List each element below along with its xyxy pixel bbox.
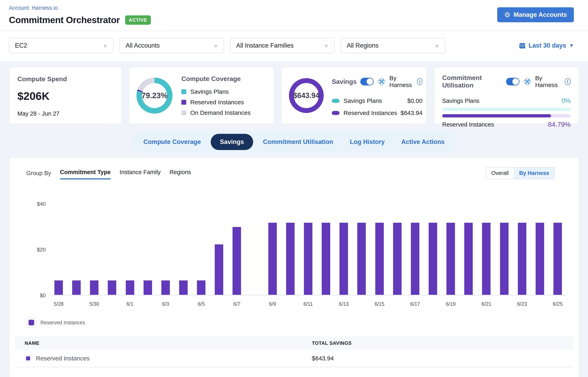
row-checkbox[interactable] (25, 355, 32, 362)
reserved-instances-legend-checkbox[interactable] (26, 318, 36, 328)
group-by-instance-family[interactable]: Instance Family (120, 169, 161, 179)
bar-6/18[interactable] (429, 223, 437, 295)
x-tick-6/11: 6/11 (299, 301, 317, 307)
bar-slot-6/21 (477, 198, 495, 295)
bar-slot-5/28 (50, 198, 67, 295)
savings-row-label: Savings Plans (344, 97, 382, 104)
instance-families-select[interactable]: All Instance Families ∨ (230, 38, 335, 53)
bar-6/9[interactable] (268, 223, 277, 295)
legend-label: Reserved Instances (190, 99, 244, 106)
bar-6/15[interactable] (375, 223, 384, 295)
bar-slot-6/4 (175, 198, 192, 295)
service-select[interactable]: EC2 ∨ (9, 38, 113, 53)
bar-6/16[interactable] (393, 223, 401, 295)
bar-6/14[interactable] (357, 223, 366, 295)
bar-6/7[interactable] (233, 227, 241, 295)
bar-6/20[interactable] (464, 223, 473, 295)
chevron-down-icon: ∨ (103, 43, 107, 48)
legend-label: On Demand Instances (190, 109, 251, 116)
bar-6/13[interactable] (340, 223, 348, 295)
savings-title: Savings (332, 78, 357, 85)
bar-5/29[interactable] (72, 280, 81, 295)
bar-6/1[interactable] (126, 280, 134, 295)
bar-6/23[interactable] (518, 223, 526, 295)
summary-cards: Compute Spend $206K May 28 - Jun 27 79.2… (0, 61, 588, 129)
accounts-select-value: All Accounts (126, 42, 160, 49)
manage-accounts-button[interactable]: ⚙ Manage Accounts (497, 7, 574, 22)
segment-overall[interactable]: Overall (486, 168, 514, 179)
commitment-utilisation-title: Commitment Utilisation (442, 74, 502, 89)
tab-savings[interactable]: Savings (211, 134, 253, 150)
segment-by-harness[interactable]: By Harness (514, 168, 555, 179)
bar-6/25[interactable] (554, 223, 562, 295)
bar-6/19[interactable] (446, 223, 455, 295)
savings-plans-swatch (181, 89, 186, 94)
chart-legend[interactable]: Reserved Instances (26, 318, 85, 328)
bar-6/11[interactable] (304, 223, 312, 295)
y-axis-labels: $0$20$40 (22, 198, 46, 295)
savings-card: $643.94 Savings By Harness i Savi (281, 67, 427, 124)
filter-bar: EC2 ∨ All Accounts ∨ All Instance Famili… (0, 31, 588, 61)
date-range-picker[interactable]: Last 30 days ▼ (519, 42, 574, 49)
util-row-percent: 84.79% (548, 121, 571, 128)
page-title: Commitment Orchestrator (9, 15, 120, 25)
info-icon[interactable]: i (565, 78, 571, 85)
bar-6/6[interactable] (215, 244, 223, 295)
bar-6/3[interactable] (161, 280, 170, 295)
x-tick-6/10 (281, 301, 299, 307)
bar-5/31[interactable] (108, 280, 116, 295)
bar-6/21[interactable] (482, 223, 490, 295)
util-row-label: Savings Plans (442, 98, 479, 104)
column-total-savings-header: TOTAL SAVINGS (312, 340, 573, 346)
coverage-donut-chart: 79.23% (136, 78, 172, 114)
bar-6/17[interactable] (411, 223, 419, 295)
by-harness-toggle[interactable] (506, 78, 520, 85)
tab-compute-coverage[interactable]: Compute Coverage (136, 134, 208, 150)
bar-slot-6/3 (157, 198, 175, 295)
table-row[interactable]: Reserved Instances $643.94 (15, 350, 573, 367)
service-select-value: EC2 (15, 42, 27, 49)
legend-item: On Demand Instances (181, 109, 251, 116)
group-by-commitment-type[interactable]: Commitment Type (60, 169, 111, 179)
calendar-icon (519, 42, 526, 49)
chevron-down-icon: ∨ (213, 43, 218, 48)
x-tick-6/9: 6/9 (264, 301, 281, 307)
savings-donut-chart: $643.94 (289, 78, 324, 113)
tab-log-history[interactable]: Log History (343, 134, 391, 150)
savings-plans-progress-bar (442, 108, 571, 111)
bar-6/24[interactable] (536, 223, 544, 295)
x-axis-labels: 5/285/306/16/36/56/76/96/116/136/156/176… (50, 295, 566, 307)
bar-6/2[interactable] (144, 280, 152, 295)
info-icon[interactable]: i (417, 78, 422, 85)
instance-families-select-value: All Instance Families (236, 42, 294, 49)
compute-coverage-title: Compute Coverage (181, 75, 251, 82)
x-tick-6/3: 6/3 (157, 301, 175, 307)
bar-slot-6/18 (424, 198, 442, 295)
x-tick-6/25: 6/25 (549, 301, 566, 307)
x-tick-6/16 (388, 301, 406, 307)
accounts-select[interactable]: All Accounts ∨ (120, 38, 224, 53)
bar-5/28[interactable] (54, 280, 63, 295)
chart-plot-area (50, 198, 566, 295)
chart-legend-label: Reserved Instances (40, 320, 85, 326)
x-tick-6/2 (139, 301, 157, 307)
savings-bar-chart: $0$20$40 5/285/306/16/36/56/76/96/116/13… (22, 198, 566, 307)
regions-select[interactable]: All Regions ∨ (341, 38, 445, 53)
bar-6/5[interactable] (197, 280, 205, 295)
tab-commitment-utilisation[interactable]: Commitment Utilisation (256, 134, 340, 150)
by-harness-toggle[interactable] (360, 78, 374, 85)
tab-active-actions[interactable]: Active Actions (395, 134, 452, 150)
bar-slot-6/15 (371, 198, 388, 295)
bar-6/22[interactable] (500, 223, 509, 295)
bar-6/12[interactable] (322, 223, 330, 295)
bar-6/10[interactable] (286, 223, 295, 295)
bar-5/30[interactable] (90, 280, 99, 295)
bar-6/4[interactable] (179, 280, 188, 295)
savings-panel: Group By Commitment Type Instance Family… (9, 157, 579, 377)
bar-slot-6/11 (299, 198, 317, 295)
chevron-down-icon: ∨ (435, 43, 439, 48)
x-tick-6/15: 6/15 (371, 301, 388, 307)
by-harness-label: By Harness (389, 75, 413, 88)
group-by-regions[interactable]: Regions (169, 169, 191, 179)
breadcrumb[interactable]: Account: Harness.io (9, 5, 574, 11)
